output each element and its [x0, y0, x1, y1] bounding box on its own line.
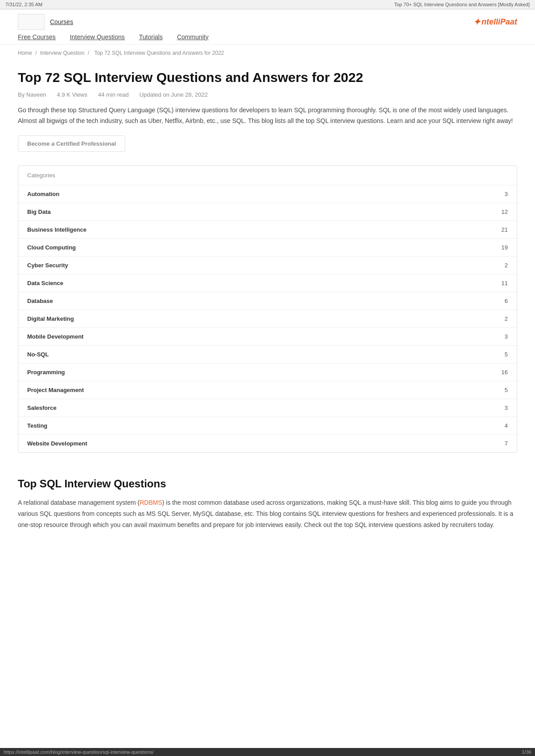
courses-link[interactable]: Courses — [50, 18, 73, 25]
nav-free-courses[interactable]: Free Courses — [18, 33, 56, 41]
breadcrumb-sep-2: / — [88, 50, 91, 56]
article-intro: Go through these top Structured Query La… — [18, 105, 517, 127]
category-name-mobile: Mobile Development — [27, 333, 83, 340]
category-count-testing: 4 — [505, 422, 508, 429]
category-name-testing: Testing — [27, 422, 47, 429]
category-name-bigdata: Big Data — [27, 208, 51, 215]
article-meta: By Naveen 4.9 K Views 44 min read Update… — [18, 91, 517, 98]
category-row[interactable]: Database 6 — [18, 292, 517, 310]
breadcrumb: Home / Interview Question / Top 72 SQL I… — [0, 45, 535, 61]
category-row[interactable]: Project Management 5 — [18, 381, 517, 399]
category-count-database: 6 — [505, 298, 508, 304]
breadcrumb-interview-question[interactable]: Interview Question — [40, 50, 84, 56]
category-name-cyber: Cyber Security — [27, 262, 68, 269]
breadcrumb-home[interactable]: Home — [18, 50, 32, 56]
brand-logo: ✦ ntelliPaat — [473, 16, 517, 27]
category-row[interactable]: Automation 3 — [18, 185, 517, 203]
category-row[interactable]: Salesforce 3 — [18, 399, 517, 417]
nav-tutorials[interactable]: Tutorials — [139, 33, 163, 41]
category-name-digital: Digital Marketing — [27, 315, 74, 322]
category-row[interactable]: No-SQL 5 — [18, 346, 517, 364]
article-author: By Naveen — [18, 91, 46, 98]
category-count-mobile: 3 — [505, 333, 508, 340]
main-content: Top 72 SQL Interview Questions and Answe… — [0, 61, 535, 478]
tab-title: Top 70+ SQL Interview Questions and Answ… — [394, 2, 530, 7]
category-name-salesforce: Salesforce — [27, 405, 57, 411]
category-name-website: Website Development — [27, 440, 87, 447]
category-name-bi: Business Intelligence — [27, 226, 86, 233]
main-nav: Free Courses Interview Questions Tutoria… — [0, 30, 535, 45]
cta-button[interactable]: Become a Certified Professional — [18, 135, 125, 152]
category-name-programming: Programming — [27, 369, 65, 376]
logo-placeholder — [18, 14, 45, 30]
category-count-nosql: 5 — [505, 351, 508, 358]
bottom-section: Top SQL Interview Questions A relational… — [0, 478, 535, 549]
article-updated: Updated on June 28, 2022 — [140, 91, 208, 98]
category-count-cloud: 19 — [502, 244, 508, 251]
category-name-project: Project Management — [27, 387, 84, 393]
categories-box: Categories Automation 3 Big Data 12 Busi… — [18, 165, 517, 453]
category-row[interactable]: Programming 16 — [18, 364, 517, 381]
article-views: 4.9 K Views — [57, 91, 87, 98]
logo-name: ntelliPaat — [482, 17, 517, 27]
category-row[interactable]: Business Intelligence 21 — [18, 221, 517, 239]
category-count-website: 7 — [505, 440, 508, 447]
rdbms-link[interactable]: RDBMS — [140, 499, 162, 506]
category-row[interactable]: Mobile Development 3 — [18, 328, 517, 346]
category-row[interactable]: Digital Marketing 2 — [18, 310, 517, 328]
category-name-cloud: Cloud Computing — [27, 244, 76, 251]
category-count-bigdata: 12 — [502, 208, 508, 215]
article-read-time: 44 min read — [98, 91, 129, 98]
category-row[interactable]: Cloud Computing 19 — [18, 239, 517, 257]
top-bar: Courses ✦ ntelliPaat — [0, 9, 535, 30]
breadcrumb-current: Top 72 SQL Interview Questions and Answe… — [94, 50, 224, 56]
category-name-automation: Automation — [27, 191, 59, 197]
category-count-datascience: 11 — [502, 280, 508, 286]
category-count-cyber: 2 — [505, 262, 508, 269]
category-name-database: Database — [27, 298, 53, 304]
top-bar-left: Courses — [18, 14, 73, 30]
category-row[interactable]: Big Data 12 — [18, 203, 517, 221]
section-text-before-link: A relational database management system … — [18, 499, 140, 506]
breadcrumb-sep-1: / — [35, 50, 38, 56]
category-row[interactable]: Cyber Security 2 — [18, 257, 517, 274]
nav-interview-questions[interactable]: Interview Questions — [70, 33, 125, 41]
category-row[interactable]: Testing 4 — [18, 417, 517, 435]
category-count-automation: 3 — [505, 191, 508, 197]
category-row[interactable]: Data Science 11 — [18, 274, 517, 292]
category-count-programming: 16 — [502, 369, 508, 376]
section-intro-text: A relational database management system … — [18, 497, 517, 531]
section-title: Top SQL Interview Questions — [18, 478, 517, 490]
category-row[interactable]: Website Development 7 — [18, 435, 517, 452]
category-name-nosql: No-SQL — [27, 351, 49, 358]
logo-icon: ✦ — [473, 16, 481, 27]
category-count-salesforce: 3 — [505, 405, 508, 411]
categories-header: Categories — [18, 166, 517, 185]
nav-community[interactable]: Community — [177, 33, 209, 41]
category-count-digital: 2 — [505, 315, 508, 322]
category-name-datascience: Data Science — [27, 280, 63, 286]
datetime-display: 7/31/22, 2:35 AM — [5, 2, 42, 7]
category-count-bi: 21 — [502, 226, 508, 233]
category-count-project: 5 — [505, 387, 508, 393]
article-title: Top 72 SQL Interview Questions and Answe… — [18, 69, 517, 86]
